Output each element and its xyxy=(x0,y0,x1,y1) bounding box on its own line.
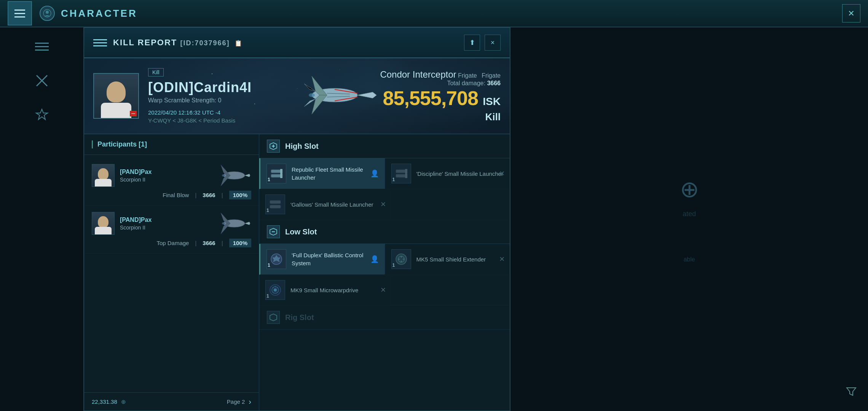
right-panel-text-2: able xyxy=(680,256,699,263)
total-damage-value: 3666 xyxy=(487,80,501,86)
modal-menu-button[interactable] xyxy=(93,36,107,49)
participants-list: [PAND]Pax Scorpion II xyxy=(84,155,259,392)
main-menu-button[interactable] xyxy=(8,1,32,25)
damage-row: Total damage: 3666 xyxy=(380,80,501,87)
svg-marker-20 xyxy=(245,174,250,177)
participant-ship-1: Scorpion II xyxy=(120,177,212,183)
isk-label: ISK xyxy=(483,96,501,107)
participant-ship-2: Scorpion II xyxy=(120,225,212,231)
ship-class-name: Condor Interceptor Frigate Frigate xyxy=(380,69,501,80)
avatar-body xyxy=(101,103,131,118)
participant-name-1: [PAND]Pax xyxy=(120,169,212,175)
pagination: Page 2 › xyxy=(227,397,251,406)
svg-rect-34 xyxy=(280,169,282,174)
participants-panel: Participants [1] [PAND]Pax xyxy=(84,134,259,411)
sidebar-star-icon[interactable] xyxy=(30,104,53,126)
mwd-qty: 1 xyxy=(266,293,269,299)
high-slot-row-2: 1 'Gallows' Small Missile Launcher ✕ xyxy=(259,189,510,220)
svg-point-23 xyxy=(222,174,225,177)
shield-weapon-icon xyxy=(269,142,278,150)
top-bar: CHARACTER × xyxy=(0,0,868,27)
ship-type: Frigate xyxy=(458,72,477,79)
svg-marker-58 xyxy=(270,314,277,321)
high-slot-header: High Slot xyxy=(259,134,510,158)
svg-marker-26 xyxy=(221,213,230,223)
fitting-gallows-launcher[interactable]: 1 'Gallows' Small Missile Launcher ✕ xyxy=(259,189,391,220)
victim-avatar: — xyxy=(93,73,139,119)
ship-type-label: Frigate xyxy=(482,72,501,79)
avatar-face: — xyxy=(94,74,138,118)
participant-top-row-2: [PAND]Pax Scorpion II xyxy=(92,212,251,235)
svg-rect-33 xyxy=(271,174,282,177)
p-head-2 xyxy=(98,216,108,228)
modal-menu-line-1 xyxy=(93,39,107,40)
mk5-qty: 1 xyxy=(393,263,395,268)
right-panel-text-1: ated xyxy=(680,210,699,218)
discipline-launcher-name: 'Discipline' Small Missile Launcher xyxy=(416,170,504,178)
next-page-button[interactable]: › xyxy=(249,397,251,406)
isk-row: 85,555,708 ISK xyxy=(380,87,501,110)
modal-actions: ⬆ × xyxy=(464,35,501,51)
modal-close-button[interactable]: × xyxy=(485,35,501,51)
p-body-2 xyxy=(95,227,112,234)
svg-point-28 xyxy=(222,222,225,225)
bcs-name: 'Full Duplex' Ballistic Control System xyxy=(292,251,365,267)
low-slot-section: Low Slot 1 'Full Duplex' Ballistic xyxy=(259,220,510,330)
app-close-button[interactable]: × xyxy=(842,4,860,22)
export-button[interactable]: ⬆ xyxy=(464,35,480,51)
filter-button[interactable] xyxy=(846,386,857,400)
avatar-head xyxy=(107,81,126,102)
destroyed-icon-1: ✕ xyxy=(499,169,505,178)
republic-fleet-launcher-icon: 1 xyxy=(266,164,286,183)
destroyed-icon-mk5: ✕ xyxy=(499,255,505,263)
participant-top-row: [PAND]Pax Scorpion II xyxy=(92,164,251,187)
svg-marker-21 xyxy=(221,165,230,175)
avatar-badge: — xyxy=(130,111,137,116)
mk5-shield-icon-container: 1 xyxy=(391,249,411,269)
outcome-label: Kill xyxy=(380,111,501,123)
participant-item[interactable]: [PAND]Pax Scorpion II xyxy=(84,158,259,206)
sidebar-x-icon[interactable] xyxy=(30,69,53,92)
right-panel: ⊕ ated able xyxy=(510,27,868,411)
sidebar-favorite-icon xyxy=(35,108,49,122)
percent-2: 100% xyxy=(229,239,251,247)
participant-stats-1: Final Blow | 3666 | 100% xyxy=(92,191,251,199)
bcs-qty: 1 xyxy=(268,263,270,268)
left-sidebar xyxy=(0,27,84,411)
svg-rect-41 xyxy=(270,205,281,208)
republic-fleet-launcher-name: Republic Fleet Small Missile Launcher xyxy=(292,166,365,182)
total-damage-label: Total damage: xyxy=(447,80,485,86)
character-section: CHARACTER xyxy=(40,6,137,21)
gallows-launcher-icon: 1 xyxy=(265,194,285,214)
high-slot-icon xyxy=(267,140,280,153)
participants-title: Participants [1] xyxy=(92,140,251,148)
banner-info: Kill [ODIN]Cardin4I Warp Scramble Streng… xyxy=(148,68,252,124)
svg-point-1 xyxy=(46,11,49,14)
fitting-republic-fleet-launcher[interactable]: 1 Republic Fleet Small Missile Launcher … xyxy=(259,158,385,189)
rig-slot-icon xyxy=(269,313,278,322)
character-title: CHARACTER xyxy=(61,8,137,19)
low-slot-row-1: 1 'Full Duplex' Ballistic Control System… xyxy=(259,244,510,275)
svg-rect-4 xyxy=(35,49,49,51)
participant-ship-svg-1 xyxy=(217,164,251,187)
sidebar-close-icon xyxy=(35,74,49,88)
footer-amount: 22,331.38 ⊕ xyxy=(92,398,126,405)
separator-3: | xyxy=(195,240,196,246)
svg-point-46 xyxy=(396,254,407,264)
high-slot-title: High Slot xyxy=(285,142,319,151)
sidebar-menu-icon[interactable] xyxy=(30,35,53,58)
fitted-by-icon-1: 👤 xyxy=(370,169,379,178)
participant-item-2[interactable]: [PAND]Pax Scorpion II xyxy=(84,206,259,254)
bcs-icon-container: 1 xyxy=(266,249,286,269)
fitting-discipline-launcher[interactable]: 1 'Discipline' Small Missile Launcher ✕ xyxy=(385,158,510,189)
filter-icon-svg xyxy=(846,386,857,397)
fitting-mk5-shield[interactable]: 1 MK5 Small Shield Extender ✕ xyxy=(385,244,510,275)
svg-marker-25 xyxy=(245,222,250,225)
fitting-bcs[interactable]: 1 'Full Duplex' Ballistic Control System… xyxy=(259,244,385,275)
kill-banner: — Kill [ODIN]Cardin4I Warp Scramble Stre… xyxy=(84,58,510,134)
modal-menu-line-3 xyxy=(93,45,107,46)
separator-2: | xyxy=(222,192,223,198)
fitting-mwd[interactable]: 1 MK9 Small Microwarpdrive ✕ xyxy=(259,275,391,306)
kill-location: Y-CWQY < J8-G8K < Period Basis xyxy=(148,117,252,124)
discipline-qty: 1 xyxy=(393,177,395,182)
